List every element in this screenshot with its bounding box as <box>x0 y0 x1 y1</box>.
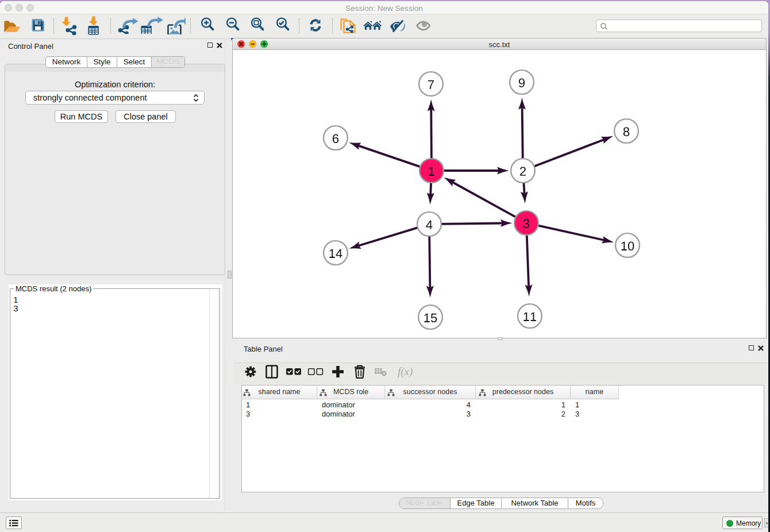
svg-text:f(x): f(x) <box>398 367 413 377</box>
